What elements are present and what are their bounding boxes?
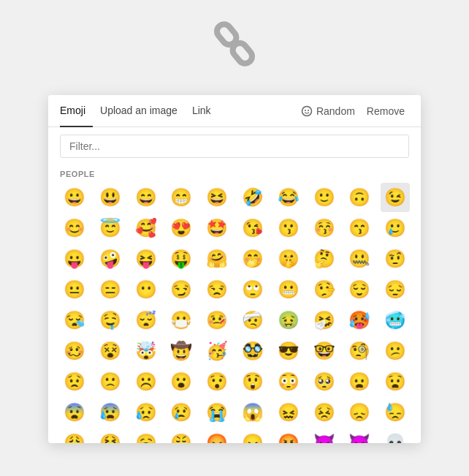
emoji-cell[interactable]: 🥱 [131, 428, 161, 443]
emoji-cell[interactable]: 😩 [60, 428, 89, 443]
emoji-cell[interactable]: 🤩 [202, 214, 232, 243]
emoji-cell[interactable]: 😓 [381, 398, 410, 427]
emoji-cell[interactable]: 🥳 [202, 336, 232, 366]
emoji-cell[interactable]: 😃 [96, 183, 125, 212]
emoji-cell[interactable]: 😫 [96, 428, 125, 443]
tab-upload[interactable]: Upload an image [93, 95, 185, 127]
emoji-cell[interactable]: 😯 [202, 367, 232, 396]
emoji-cell[interactable]: 😍 [167, 214, 196, 243]
emoji-cell[interactable]: 🥺 [310, 367, 339, 396]
emoji-cell[interactable]: 🤤 [96, 306, 125, 335]
emoji-cell[interactable]: 😭 [202, 398, 232, 427]
remove-button[interactable]: Remove [362, 102, 409, 120]
emoji-cell[interactable]: 😉 [381, 183, 410, 212]
emoji-cell[interactable]: 😴 [131, 306, 161, 335]
emoji-cell[interactable]: 😚 [310, 214, 339, 243]
emoji-cell[interactable]: 😨 [60, 398, 89, 427]
emoji-cell[interactable]: 😥 [131, 398, 161, 427]
emoji-cell[interactable]: 😏 [167, 275, 196, 304]
emoji-cell[interactable]: 😂 [274, 183, 303, 212]
emoji-section: PEOPLE 😀😃😄😁😆🤣😂🙂🙃😉😊😇🥰😍🤩😘😗😚😙🥲😛🤪😝🤑🤗🤭🤫🤔🤐🤨😐😑😶… [48, 165, 421, 443]
emoji-cell[interactable]: 😤 [167, 428, 196, 443]
chain-icon [205, 15, 264, 73]
emoji-cell[interactable]: 😈 [310, 428, 339, 443]
emoji-cell[interactable]: 😳 [274, 367, 303, 396]
emoji-cell[interactable]: 🤬 [274, 428, 303, 443]
emoji-cell[interactable]: 😑 [96, 275, 125, 304]
emoji-cell[interactable]: 🤒 [202, 306, 232, 335]
emoji-cell[interactable]: 😠 [238, 428, 267, 443]
emoji-cell[interactable]: 🤔 [310, 244, 339, 273]
emoji-cell[interactable]: 🤣 [238, 183, 267, 212]
emoji-cell[interactable]: 😱 [238, 398, 267, 427]
emoji-cell[interactable]: 😢 [167, 398, 196, 427]
random-button[interactable]: Random [297, 102, 359, 120]
emoji-cell[interactable]: 😰 [96, 398, 125, 427]
emoji-cell[interactable]: 🙁 [96, 367, 125, 396]
emoji-cell[interactable]: 😀 [60, 183, 89, 212]
emoji-cell[interactable]: 😡 [202, 428, 232, 443]
emoji-cell[interactable]: 😛 [60, 244, 89, 273]
emoji-cell[interactable]: 😟 [60, 367, 89, 396]
emoji-cell[interactable]: 🤕 [238, 306, 267, 335]
tab-link[interactable]: Link [185, 95, 218, 127]
emoji-cell[interactable]: 😝 [131, 244, 161, 273]
emoji-cell[interactable]: 😎 [274, 336, 303, 366]
emoji-cell[interactable]: 🤨 [381, 244, 410, 273]
emoji-cell[interactable]: 🥴 [60, 336, 89, 366]
emoji-cell[interactable]: 🤗 [202, 244, 232, 273]
emoji-cell[interactable]: 😪 [60, 306, 89, 335]
emoji-cell[interactable]: 😶 [131, 275, 161, 304]
emoji-cell[interactable]: 😒 [202, 275, 232, 304]
smiley-icon [301, 105, 313, 117]
emoji-cell[interactable]: 😊 [60, 214, 89, 243]
emoji-cell[interactable]: 😆 [202, 183, 232, 212]
emoji-cell[interactable]: 🤧 [310, 306, 339, 335]
emoji-cell[interactable]: 🤥 [310, 275, 339, 304]
emoji-cell[interactable]: 🤫 [274, 244, 303, 273]
emoji-cell[interactable]: ☹️ [131, 367, 161, 396]
emoji-cell[interactable]: 🙄 [238, 275, 267, 304]
filter-input[interactable] [60, 135, 409, 158]
emoji-cell[interactable]: 🥵 [345, 306, 374, 335]
emoji-cell[interactable]: 😲 [238, 367, 267, 396]
emoji-cell[interactable]: 😣 [310, 398, 339, 427]
emoji-cell[interactable]: 😵 [96, 336, 125, 366]
emoji-cell[interactable]: 😙 [345, 214, 374, 243]
emoji-cell[interactable]: 😇 [96, 214, 125, 243]
emoji-cell[interactable]: 👿 [345, 428, 374, 443]
emoji-cell[interactable]: 😘 [238, 214, 267, 243]
emoji-cell[interactable]: 😌 [345, 275, 374, 304]
emoji-cell[interactable]: 🤑 [167, 244, 196, 273]
emoji-cell[interactable]: 😕 [381, 336, 410, 366]
emoji-cell[interactable]: 😄 [131, 183, 161, 212]
emoji-cell[interactable]: 🥲 [381, 214, 410, 243]
emoji-cell[interactable]: 🥶 [381, 306, 410, 335]
emoji-cell[interactable]: 😁 [167, 183, 196, 212]
emoji-cell[interactable]: 🧐 [345, 336, 374, 366]
emoji-cell[interactable]: 😷 [167, 306, 196, 335]
emoji-cell[interactable]: 🤯 [131, 336, 161, 366]
emoji-cell[interactable]: 🤪 [96, 244, 125, 273]
emoji-cell[interactable]: 😐 [60, 275, 89, 304]
emoji-cell[interactable]: 🙃 [345, 183, 374, 212]
emoji-cell[interactable]: 😖 [274, 398, 303, 427]
tab-emoji[interactable]: Emoji [60, 95, 93, 127]
emoji-cell[interactable]: 💀 [381, 428, 410, 443]
emoji-cell[interactable]: 🥰 [131, 214, 161, 243]
emoji-cell[interactable]: 🤭 [238, 244, 267, 273]
emoji-cell[interactable]: 😞 [345, 398, 374, 427]
emoji-cell[interactable]: 😬 [274, 275, 303, 304]
emoji-cell[interactable]: 😔 [381, 275, 410, 304]
emoji-cell[interactable]: 😮 [167, 367, 196, 396]
emoji-cell[interactable]: 😦 [345, 367, 374, 396]
emoji-cell[interactable]: 🥸 [238, 336, 267, 366]
emoji-cell[interactable]: 🤓 [310, 336, 339, 366]
emoji-cell[interactable]: 🤠 [167, 336, 196, 366]
emoji-cell[interactable]: 😗 [274, 214, 303, 243]
emoji-cell[interactable]: 🤐 [345, 244, 374, 273]
emoji-cell[interactable]: 🙂 [310, 183, 339, 212]
emoji-cell[interactable]: 🤢 [274, 306, 303, 335]
emoji-cell[interactable]: 😧 [381, 367, 410, 396]
emoji-picker-panel: Emoji Upload an image Link Random Remove… [48, 95, 421, 443]
